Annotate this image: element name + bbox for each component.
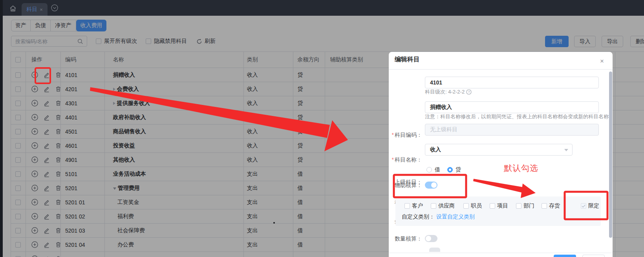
set-custom-category-link[interactable]: 设置自定义类别 xyxy=(436,213,475,220)
question-circle-icon[interactable]: ? xyxy=(466,89,472,95)
radio-debit[interactable] xyxy=(426,167,432,173)
qty-toggle[interactable] xyxy=(425,235,437,242)
aux-category-checkbox[interactable]: 部门 xyxy=(516,202,534,209)
aux-category-checkbox[interactable]: 限定 xyxy=(581,202,599,209)
name-input[interactable]: 捐赠收入 xyxy=(425,101,599,113)
chevron-down-icon xyxy=(564,149,568,151)
parent-input: 无上级科目 xyxy=(425,124,599,136)
aux-category-checkbox[interactable]: 供应商 xyxy=(431,202,455,209)
ok-button[interactable] xyxy=(554,255,576,257)
radio-credit-label: 贷 xyxy=(456,166,461,173)
direction-radio-group: 借 贷 xyxy=(426,166,468,173)
app-window: 科目 × 资产负债净资产收入费用 展开所有级次隐藏禁用科目 刷新 新增 导入 导… xyxy=(0,0,644,257)
custom-category-row: 自定义类别：设置自定义类别 xyxy=(402,213,475,220)
aux-field-label: 辅助核算： xyxy=(389,182,422,189)
name-field-label: *科目名称： xyxy=(389,156,422,163)
code-field-label: *科目编码： xyxy=(389,132,422,139)
aux-category-checkbox[interactable]: 项目 xyxy=(490,202,508,209)
hidden-toggle-sliver xyxy=(429,248,440,252)
edit-subject-dialog: 编辑科目 × *科目编码： 4101 科目级次: 4-2-2-2 ? *科目名称… xyxy=(389,52,613,257)
aux-category-checkbox[interactable]: 存货 xyxy=(542,202,560,209)
dialog-close-icon[interactable]: × xyxy=(600,57,604,65)
qty-field-label: 数量核算： xyxy=(389,235,422,242)
aux-toggle[interactable] xyxy=(425,182,437,189)
aux-category-checkbox[interactable]: 职员 xyxy=(463,202,482,209)
divider xyxy=(389,69,613,70)
footer-divider xyxy=(389,253,613,253)
code-level-helper: 科目级次: 4-2-2-2 ? xyxy=(425,88,472,95)
name-change-note: 注意：科目名称修改后，以前期间凭证、报表上的科目名称都会变成新的科目名称 xyxy=(425,113,609,120)
cancel-button[interactable] xyxy=(582,255,605,257)
code-input[interactable]: 4101 xyxy=(425,77,599,88)
aux-category-checkbox[interactable]: 客户 xyxy=(404,202,423,209)
category-select[interactable]: 收入 xyxy=(425,144,573,156)
radio-debit-label: 借 xyxy=(435,166,440,173)
radio-credit[interactable] xyxy=(447,167,453,173)
aux-category-panel: 客户 供应商 职员 项目 部门 存货 限定 自定义类别：设置自定义类别 xyxy=(395,196,601,226)
modal-scrollbar[interactable] xyxy=(609,72,612,238)
svg-text:?: ? xyxy=(468,90,470,94)
dialog-title: 编辑科目 xyxy=(395,55,420,64)
custom-category-label: 自定义类别： xyxy=(402,213,435,220)
